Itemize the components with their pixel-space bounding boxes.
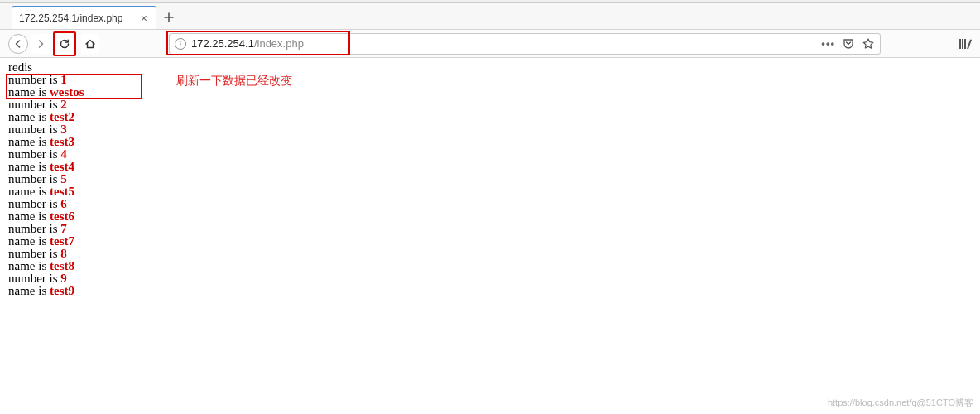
- reload-button[interactable]: [55, 34, 74, 54]
- tab-strip: 172.25.254.1/index.php ×: [0, 3, 980, 30]
- number-line: number is 2: [8, 99, 972, 111]
- watermark: https://blog.csdn.net/q@51CTO博客: [828, 397, 973, 409]
- name-line: name is test9: [8, 285, 972, 297]
- urlbar[interactable]: i 172.25.254.1/index.php •••: [169, 33, 881, 55]
- toolbar-right: [959, 39, 968, 49]
- bookmark-star-icon[interactable]: [862, 37, 875, 51]
- number-line: number is 6: [8, 198, 972, 210]
- name-line: name is test3: [8, 136, 972, 148]
- back-button[interactable]: [8, 34, 28, 54]
- nav-toolbar: i 172.25.254.1/index.php •••: [0, 30, 980, 58]
- arrow-right-icon: [36, 39, 46, 49]
- number-line: number is 8: [8, 248, 972, 260]
- name-line: name is westos: [8, 86, 972, 99]
- tab-title: 172.25.254.1/index.php: [19, 12, 122, 24]
- page-header: redis: [8, 61, 972, 74]
- urlbar-actions: •••: [821, 37, 875, 51]
- data-rows: number is 1name is westosnumber is 2name…: [8, 74, 972, 297]
- name-line: name is test4: [8, 161, 972, 173]
- reload-icon: [59, 38, 70, 50]
- new-tab-button[interactable]: [156, 6, 181, 29]
- name-line: name is test8: [8, 260, 972, 272]
- page-content: 刷新一下数据已经改变 redis number is 1name is west…: [0, 58, 980, 301]
- pocket-icon[interactable]: [842, 37, 855, 51]
- annotation-text: 刷新一下数据已经改变: [176, 75, 292, 86]
- number-line: number is 1: [8, 74, 972, 86]
- name-line: name is test5: [8, 185, 972, 198]
- active-tab[interactable]: 172.25.254.1/index.php ×: [12, 6, 156, 29]
- forward-button[interactable]: [31, 34, 50, 54]
- library-icon[interactable]: [959, 39, 968, 49]
- plus-icon: [164, 12, 174, 22]
- urlbar-container: i 172.25.254.1/index.php •••: [169, 33, 948, 55]
- home-button[interactable]: [81, 34, 99, 54]
- page-actions-icon[interactable]: •••: [821, 37, 835, 50]
- arrow-left-icon: [13, 39, 23, 49]
- name-line: name is test2: [8, 111, 972, 123]
- number-line: number is 4: [8, 148, 972, 161]
- url-host: 172.25.254.1: [191, 37, 254, 50]
- url-path: /index.php: [254, 37, 304, 50]
- number-line: number is 5: [8, 173, 972, 185]
- number-line: number is 7: [8, 223, 972, 235]
- close-icon[interactable]: ×: [139, 12, 149, 25]
- home-icon: [84, 38, 96, 50]
- number-line: number is 9: [8, 272, 972, 285]
- name-line: name is test7: [8, 235, 972, 248]
- info-icon[interactable]: i: [175, 38, 186, 50]
- highlight-reload: [53, 31, 76, 56]
- name-line: name is test6: [8, 210, 972, 223]
- number-line: number is 3: [8, 123, 972, 136]
